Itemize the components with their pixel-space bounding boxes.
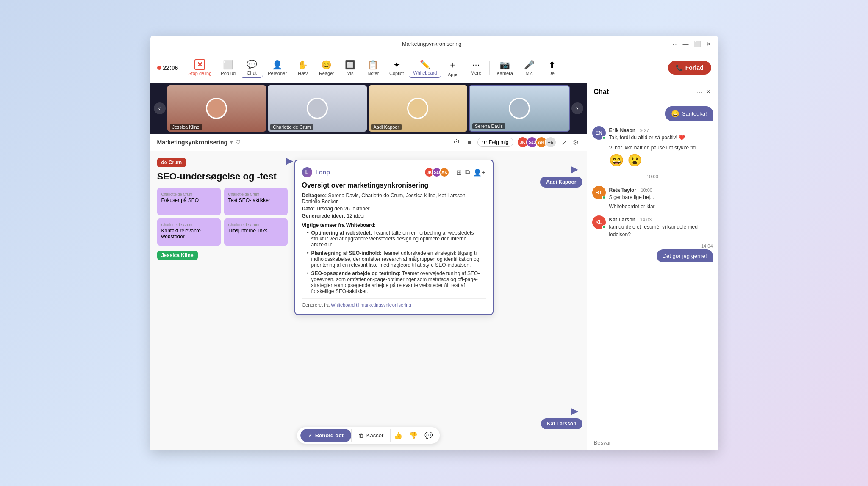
chat-content-kat: Kat Larson 14:03 kan du dele et resumé, … [609,215,713,238]
video-prev-btn[interactable]: ‹ [154,102,166,114]
loop-dato: Dato: Tirsdag den 26. oktober [302,206,486,212]
video-name-jessica: Jessica Kline [170,124,202,130]
timer-badge: 22:06 [157,64,178,71]
avatar-erik: EN [592,126,606,140]
vis-btn[interactable]: 🔲 Vis [339,58,361,77]
minimize-btn[interactable]: — [683,41,689,47]
stop-deling-btn[interactable]: ✕ Stop deling [184,58,216,77]
reager-icon: 😊 [321,60,332,70]
loop-deltagere: Deltagere: Serena Davis, Charlotte de Cr… [302,193,486,204]
kasseer-button[interactable]: 🗑 Kassér [351,429,391,442]
chat-text-reta-2: Whiteboardet er klar [609,203,713,210]
loop-ideer: Genererede ideer: 12 idéer [302,213,486,219]
del-btn[interactable]: ⬆ Del [541,58,563,77]
mere-btn[interactable]: ··· Mere [465,58,487,77]
video-name-serena: Serena Davis [472,123,505,129]
jessica-tag: Jessica Kline [157,251,198,260]
noter-icon: 📋 [368,60,378,70]
follow-btn[interactable]: 👁 Følg mig [477,138,513,147]
santouka-bubble: 😄 Santouka! [665,106,713,121]
reply-container: 14:04 Det gør jeg gerne! [592,243,713,262]
apps-label: Apps [448,72,458,77]
toolbar-divider [489,61,490,75]
thumbs-down-btn[interactable]: 👎 [406,429,421,442]
chat-header: Chat ··· ✕ [587,83,718,101]
behold-button[interactable]: ✓ Behold det [300,429,351,442]
loop-header-avatars: JK SC AK [424,167,449,177]
santouka-label: Santouka! [682,110,707,117]
maximize-btn[interactable]: ⬜ [694,41,701,47]
wb-screen-btn[interactable]: 🖥 [465,137,474,147]
sender-name-reta: Reta Taylor [609,187,636,193]
reply-bubble: Det gør jeg gerne! [657,249,713,262]
toolbar: 22:06 ✕ Stop deling ⬜ Pop ud 💬 Chat 👤 Pe… [150,52,718,83]
emoji-smile: 😄 [609,153,624,167]
loop-avatar-3: AK [439,167,449,177]
whiteboard-canvas[interactable]: ▶ de Crum SEO-undersøgelse og -test Char… [150,151,587,450]
personer-label: Personer [268,71,287,76]
de-crum-tag: de Crum [157,158,186,167]
wb-settings-btn[interactable]: ⚙ [571,137,580,148]
chat-title: Chat [594,88,697,96]
wb-toolbar-right: ⏱ 🖥 👁 Følg mig JK SC AK +6 ↗ ⚙ [452,136,580,148]
chat-close-btn[interactable]: ✕ [706,88,711,96]
loop-header-icons: ⊞ ⧉ 👤+ [456,168,485,177]
kat-name-bubble: Kat Larsson [541,418,582,429]
copilot-btn[interactable]: ✦ Copilot [385,58,408,77]
pop-ud-btn[interactable]: ⬜ Pop ud [216,58,240,77]
chevron-down-icon[interactable]: ▾ [230,139,233,145]
thumbs-up-btn[interactable]: 👍 [391,429,406,442]
heart-icon[interactable]: ♡ [235,139,241,146]
sender-time-erik: 9:27 [640,128,649,133]
sender-name-kat: Kat Larson [609,217,636,223]
wb-share-btn[interactable]: ↗ [560,137,568,148]
behold-label: Behold det [315,432,344,439]
stop-deling-label: Stop deling [188,71,211,76]
close-btn[interactable]: ✕ [706,41,711,47]
video-name-aadi: Aadi Kapoor [371,124,402,130]
loop-link[interactable]: Whiteboard til marketingsynkronisering [331,302,411,307]
del-icon: ⬆ [549,60,556,70]
chat-text-erik-1: Tak, fordi du altid er så positiv! ❤️ [609,134,713,141]
loop-grid-btn[interactable]: ⊞ [456,168,462,177]
chat-text-erik-2: Vi har ikke haft en pause i et stykke ti… [609,144,713,152]
checkmark-icon: ✓ [308,432,313,439]
kamera-label: Kamera [496,71,513,76]
wb-timer-btn[interactable]: ⏱ [452,137,461,147]
video-thumb-jessica: Jessica Kline [167,85,266,132]
sticky-col-title-3: Charlotte de Crum [161,223,216,227]
time-divider: 10:00 [592,174,713,179]
video-thumb-aadi: Aadi Kapoor [369,85,468,132]
kamera-btn[interactable]: 📷 Kamera [492,58,517,77]
sender-time-kat: 14:03 [640,217,652,222]
online-dot-reta [602,196,606,199]
noter-btn[interactable]: 📋 Noter [362,58,384,77]
chat-more-btn[interactable]: ··· [697,88,702,96]
personer-btn[interactable]: 👤 Personer [263,58,291,77]
online-dot-kat [602,225,606,229]
avatar-reta: RT [592,186,606,199]
loop-share-btn[interactable]: 👤+ [473,168,485,177]
sticky-area: de Crum SEO-undersøgelse og -test Charlo… [150,151,294,450]
apps-icon: ＋ [448,58,458,71]
loop-whiteboard-section: Vigtige temaer fra Whiteboard: [302,222,486,228]
video-next-btn[interactable]: › [571,102,583,114]
sticky-text-4: Tilføj interne links [228,228,268,234]
pop-ud-label: Pop ud [221,71,236,76]
chat-btn[interactable]: 💬 Chat [241,58,263,78]
forlad-button[interactable]: 📞 Forlad [668,61,711,75]
comment-btn[interactable]: 💬 [421,429,436,442]
sticky-text-1: Fokuser på SEO [161,197,199,203]
apps-btn[interactable]: ＋ Apps [442,57,464,79]
video-strip: ‹ Jessica Kline Charlotte de Crum [150,83,587,134]
chat-input[interactable] [594,439,711,446]
mic-btn[interactable]: 🎤 Mic [518,58,540,77]
loop-copy-btn[interactable]: ⧉ [465,168,470,177]
whiteboard-btn[interactable]: ✏️ Whiteboard [409,58,441,78]
avatar-kat: KL [592,215,606,229]
personer-icon: 👤 [272,60,283,70]
reager-btn[interactable]: 😊 Reager [315,58,338,77]
haev-btn[interactable]: ✋ Hæv [292,58,314,77]
forlad-label: Forlad [685,64,704,71]
more-options-btn[interactable]: ··· [673,41,678,47]
